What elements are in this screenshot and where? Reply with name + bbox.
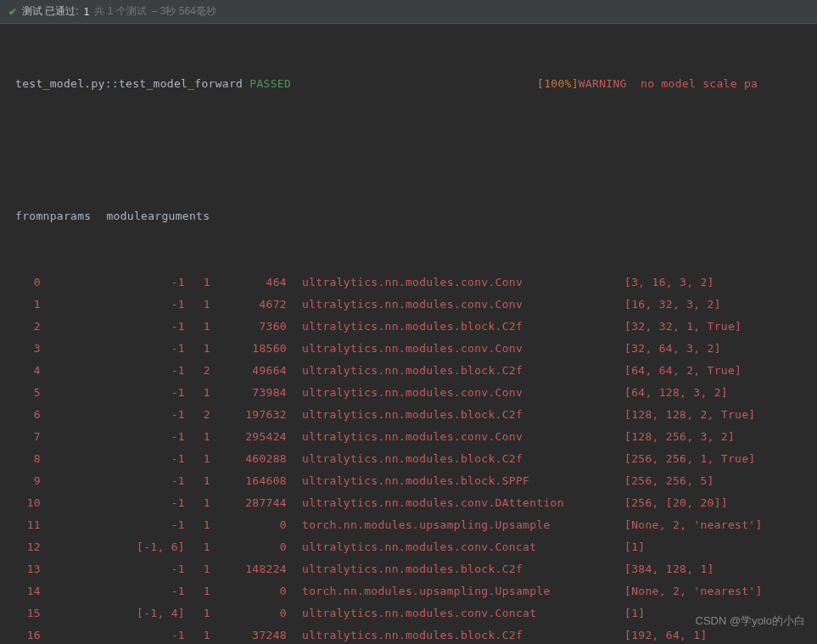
cell-params: 0 [210, 514, 287, 536]
hdr-from: from [15, 210, 43, 222]
table-row: 2-117360ultralytics.nn.modules.block.C2f… [0, 316, 817, 338]
cell-params: 49664 [210, 360, 287, 382]
cell-args: [256, 256, 1, True] [624, 448, 755, 470]
cell-n: 1 [185, 624, 210, 644]
cell-from: -1 [41, 272, 185, 294]
cell-n: 1 [185, 272, 210, 294]
passed-count: 1 [84, 6, 90, 18]
cell-params: 4672 [210, 294, 287, 316]
cell-n: 2 [185, 360, 210, 382]
status-label: 测试 已通过: [22, 4, 79, 19]
cell-params: 460288 [210, 448, 287, 470]
cell-args: [16, 32, 3, 2] [624, 294, 721, 316]
cell-args: [256, [20, 20]] [624, 492, 728, 514]
hdr-n: n [43, 210, 50, 222]
cell-from: -1 [41, 492, 185, 514]
cell-from: -1 [41, 382, 185, 404]
cell-args: [1] [624, 536, 645, 558]
cell-from: [-1, 6] [41, 536, 185, 558]
cell-module: ultralytics.nn.modules.block.C2f [287, 624, 624, 644]
cell-idx: 6 [15, 404, 41, 426]
cell-n: 1 [185, 338, 210, 360]
warning-label: WARNING [579, 77, 627, 90]
cell-from: -1 [41, 404, 185, 426]
cell-idx: 5 [15, 382, 41, 404]
cell-module: ultralytics.nn.modules.block.SPPF [287, 470, 624, 492]
cell-module: torch.nn.modules.upsampling.Upsample [287, 514, 624, 536]
cell-n: 1 [185, 492, 210, 514]
cell-params: 295424 [210, 426, 287, 448]
table-row: 14-110torch.nn.modules.upsampling.Upsamp… [0, 580, 817, 602]
cell-idx: 3 [15, 338, 41, 360]
table-row: 5-1173984ultralytics.nn.modules.conv.Con… [0, 382, 817, 404]
cell-n: 1 [185, 470, 210, 492]
cell-n: 1 [185, 602, 210, 624]
table-row: 4-1249664ultralytics.nn.modules.block.C2… [0, 360, 817, 382]
console-output[interactable]: test_model.py::test_model_forward PASSED… [0, 24, 817, 644]
cell-n: 1 [185, 536, 210, 558]
hdr-params: params [50, 210, 92, 222]
table-row: 6-12197632ultralytics.nn.modules.block.C… [0, 404, 817, 426]
cell-idx: 10 [15, 492, 41, 514]
cell-idx: 4 [15, 360, 41, 382]
check-icon: ✔ [8, 6, 17, 18]
cell-idx: 1 [15, 294, 41, 316]
cell-params: 164608 [210, 470, 287, 492]
cell-idx: 13 [15, 558, 41, 580]
cell-module: torch.nn.modules.upsampling.Upsample [287, 580, 624, 602]
cell-args: [256, 256, 5] [624, 470, 714, 492]
cell-args: [384, 128, 1] [624, 558, 714, 580]
cell-n: 1 [185, 316, 210, 338]
cell-idx: 8 [15, 448, 41, 470]
warning-message: no model scale pa [627, 77, 758, 90]
cell-n: 1 [185, 558, 210, 580]
cell-idx: 9 [15, 470, 41, 492]
cell-idx: 12 [15, 536, 41, 558]
cell-idx: 7 [15, 426, 41, 448]
table-row: 11-110torch.nn.modules.upsampling.Upsamp… [0, 514, 817, 536]
table-header: fromnparamsmodulearguments [0, 205, 817, 227]
cell-from: -1 [41, 338, 185, 360]
cell-args: [None, 2, 'nearest'] [624, 580, 763, 602]
cell-from: -1 [41, 580, 185, 602]
cell-from: -1 [41, 426, 185, 448]
cell-params: 18560 [210, 338, 287, 360]
cell-module: ultralytics.nn.modules.block.C2f [287, 316, 624, 338]
cell-from: -1 [41, 294, 185, 316]
cell-n: 1 [185, 294, 210, 316]
cell-from: -1 [41, 316, 185, 338]
cell-module: ultralytics.nn.modules.conv.Conv [287, 426, 624, 448]
cell-args: [64, 128, 3, 2] [624, 382, 728, 404]
cell-from: -1 [41, 558, 185, 580]
hdr-module: module [91, 210, 148, 222]
cell-idx: 2 [15, 316, 41, 338]
cell-n: 1 [185, 448, 210, 470]
elapsed-time: – 3秒 564毫秒 [152, 4, 216, 19]
cell-args: [128, 128, 2, True] [624, 404, 755, 426]
test-percent: [100%] [537, 77, 579, 90]
cell-args: [64, 64, 2, True] [624, 360, 741, 382]
cell-module: ultralytics.nn.modules.conv.Concat [287, 536, 624, 558]
cell-params: 0 [210, 580, 287, 602]
test-status-bar: ✔ 测试 已通过: 1共 1 个测试 – 3秒 564毫秒 [0, 0, 817, 24]
cell-n: 1 [185, 426, 210, 448]
cell-from: [-1, 4] [41, 602, 185, 624]
cell-args: [32, 64, 3, 2] [624, 338, 721, 360]
cell-params: 197632 [210, 404, 287, 426]
cell-module: ultralytics.nn.modules.conv.Conv [287, 338, 624, 360]
cell-module: ultralytics.nn.modules.block.C2f [287, 558, 624, 580]
table-row: 3-1118560ultralytics.nn.modules.conv.Con… [0, 338, 817, 360]
cell-module: ultralytics.nn.modules.conv.DAttention [287, 492, 624, 514]
table-row: 13-11148224ultralytics.nn.modules.block.… [0, 558, 817, 580]
cell-module: ultralytics.nn.modules.conv.Conv [287, 382, 624, 404]
total-count: 共 1 个测试 [94, 4, 146, 19]
cell-args: [None, 2, 'nearest'] [624, 514, 763, 536]
cell-module: ultralytics.nn.modules.conv.Concat [287, 602, 624, 624]
test-result-line: test_model.py::test_model_forward PASSED… [0, 73, 817, 95]
table-row: 7-11295424ultralytics.nn.modules.conv.Co… [0, 426, 817, 448]
cell-params: 0 [210, 602, 287, 624]
cell-idx: 14 [15, 580, 41, 602]
cell-n: 2 [185, 404, 210, 426]
cell-args: [128, 256, 3, 2] [624, 426, 735, 448]
cell-from: -1 [41, 360, 185, 382]
